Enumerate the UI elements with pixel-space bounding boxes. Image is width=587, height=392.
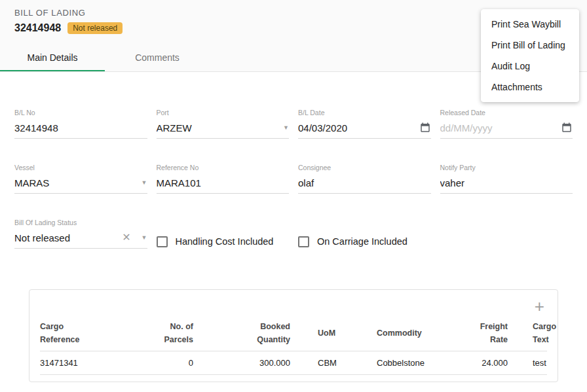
vessel-value: MARAS: [14, 177, 138, 188]
tab-main-details[interactable]: Main Details: [0, 43, 105, 71]
cell-uom: CBM: [290, 358, 377, 368]
tab-comments[interactable]: Comments: [105, 43, 210, 71]
on-carriage-checkbox[interactable]: [298, 236, 309, 247]
cell-no-of-parcels: 0: [138, 358, 193, 368]
port-label: Port: [157, 109, 290, 116]
calendar-icon[interactable]: [419, 122, 431, 134]
bl-no-value: 32414948: [14, 122, 147, 134]
calendar-icon[interactable]: [561, 122, 573, 134]
bol-status-label: Bill Of Lading Status: [14, 219, 147, 226]
notify-party-label: Notify Party: [440, 164, 573, 171]
add-cargo-button[interactable]: +: [532, 298, 547, 315]
consignee-field[interactable]: Consignee olaf: [298, 164, 431, 194]
cargo-card: + Cargo Reference No. of Parcels Booked …: [29, 289, 558, 382]
menu-item-print-bill-of-lading[interactable]: Print Bill of Lading: [481, 35, 579, 56]
reference-no-field[interactable]: Reference No MARA101: [157, 164, 290, 194]
column-header-cargo-text: Cargo Text: [508, 321, 556, 346]
notify-party-value: vaher: [440, 177, 573, 188]
vessel-label: Vessel: [14, 164, 147, 171]
handling-cost-checkbox-label: Handling Cost Included: [176, 236, 274, 247]
port-value: ARZEW: [157, 122, 280, 134]
bl-no-label: B/L No: [14, 109, 147, 116]
column-header-no-of-parcels: No. of Parcels: [138, 321, 193, 346]
menu-item-audit-log[interactable]: Audit Log: [481, 56, 579, 77]
table-row[interactable]: 31471341 0 300.000 CBM Cobbelstone 24.00…: [40, 351, 547, 375]
column-header-cargo-reference: Cargo Reference: [40, 321, 138, 346]
port-select[interactable]: Port ARZEW ▼: [157, 109, 290, 139]
handling-cost-checkbox[interactable]: [157, 236, 168, 247]
clear-icon[interactable]: ✕: [122, 232, 130, 243]
cargo-table-header: Cargo Reference No. of Parcels Booked Qu…: [40, 316, 547, 351]
column-header-uom: UoM: [290, 327, 377, 340]
tab-comments-label: Comments: [135, 52, 180, 63]
notify-party-field[interactable]: Notify Party vaher: [440, 164, 573, 194]
bl-date-field[interactable]: B/L Date 04/03/2020: [298, 109, 431, 139]
on-carriage-checkbox-field: On Carriage Included: [298, 234, 431, 249]
chevron-down-icon[interactable]: ▼: [283, 125, 289, 131]
context-menu: Print Sea Waybill Print Bill of Lading A…: [481, 9, 579, 102]
released-date-field[interactable]: Released Date dd/MM/yyyy: [440, 109, 573, 139]
released-date-placeholder: dd/MM/yyyy: [440, 122, 561, 134]
reference-no-value: MARA101: [157, 177, 290, 188]
reference-no-label: Reference No: [157, 164, 290, 171]
document-number: 32414948: [14, 22, 61, 34]
consignee-value: olaf: [298, 177, 431, 188]
chevron-down-icon[interactable]: ▼: [142, 180, 147, 186]
tab-main-details-label: Main Details: [27, 52, 77, 63]
main-details-panel: B/L No 32414948 Port ARZEW ▼ B/L Date 04…: [0, 109, 587, 382]
bl-date-value: 04/03/2020: [298, 122, 419, 134]
cell-cargo-reference: 31471341: [40, 358, 138, 368]
form-row-1: B/L No 32414948 Port ARZEW ▼ B/L Date 04…: [14, 109, 573, 139]
chevron-down-icon[interactable]: ▼: [142, 235, 147, 241]
menu-item-attachments[interactable]: Attachments: [481, 77, 579, 98]
column-header-commodity: Commodity: [377, 327, 475, 340]
cell-cargo-text: test: [508, 358, 547, 368]
on-carriage-checkbox-label: On Carriage Included: [317, 236, 407, 247]
consignee-label: Consignee: [298, 164, 431, 171]
bill-of-lading-page: BILL OF LADING 32414948 Not released Mai…: [0, 0, 587, 382]
column-header-freight-rate: Freight Rate: [475, 321, 508, 346]
bol-status-value: Not released: [14, 232, 122, 243]
menu-item-print-sea-waybill[interactable]: Print Sea Waybill: [481, 14, 579, 35]
column-header-booked-quantity: Booked Quantity: [193, 321, 290, 346]
cell-freight-rate: 24.000: [475, 358, 508, 368]
bl-date-label: B/L Date: [298, 109, 431, 116]
form-row-2: Vessel MARAS ▼ Reference No MARA101 Cons…: [14, 164, 573, 194]
bol-status-select[interactable]: Bill Of Lading Status Not released ✕ ▼: [14, 219, 147, 249]
vessel-select[interactable]: Vessel MARAS ▼: [14, 164, 147, 194]
cargo-card-actions: +: [40, 296, 547, 316]
cell-booked-quantity: 300.000: [193, 358, 290, 368]
cell-commodity: Cobbelstone: [377, 358, 475, 368]
status-badge: Not released: [67, 22, 123, 34]
released-date-label: Released Date: [440, 109, 573, 116]
handling-cost-checkbox-field: Handling Cost Included: [157, 234, 290, 249]
bl-no-field[interactable]: B/L No 32414948: [14, 109, 147, 139]
form-row-3: Bill Of Lading Status Not released ✕ ▼ H…: [14, 219, 573, 249]
